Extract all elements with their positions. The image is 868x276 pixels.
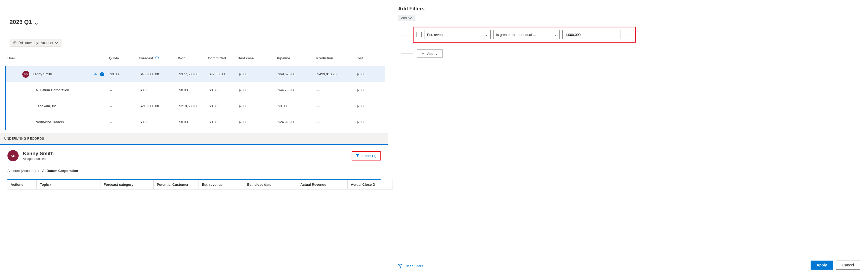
filter-field-value: Est. revenue [427,33,446,37]
cell-forecast: $210,500.00 [138,103,177,109]
up-arrow-icon[interactable] [100,72,104,76]
avatar: KS [22,71,29,78]
drill-value: Account [41,41,53,45]
cell-pipeline: $69,695.00 [276,71,315,77]
cell-best: $0.00 [237,119,276,125]
cell-quota: -- [108,119,138,125]
underlying-user-name: Kenny Smith [23,150,54,157]
table-row[interactable]: KSKenny Smith$0.00$455,000.00$377,500.00… [5,66,385,82]
filter-value-input[interactable] [562,30,621,39]
records-header-est.-revenue[interactable]: Est. revenue [199,180,244,190]
filter-row: Est. revenue ⌄ Is greater than or equal … [413,27,636,43]
forecast-header-best-case[interactable]: Best case [236,55,275,61]
svg-point-1 [14,42,16,43]
cell-quota: $0.00 [108,71,138,77]
clear-filters-button[interactable]: Clear Filters [398,264,423,268]
table-row[interactable]: Fabrikam, Inc.--$210,500.00$210,500.00$0… [5,98,385,114]
records-header-actual-close-d[interactable]: Actual Close D [348,180,393,190]
cell-won: $0.00 [177,119,207,125]
cell-forecast: $455,000.00 [138,71,177,77]
cell-committed: $0.00 [207,119,237,125]
apply-button[interactable]: Apply [811,260,833,270]
cell-forecast: $0.00 [138,87,177,93]
cell-prediction: -- [315,87,354,93]
records-header-forecast-category[interactable]: Forecast category [100,180,154,190]
more-icon[interactable]: ··· [623,32,632,37]
period-label: 2023 Q1 [9,19,32,26]
records-header-actual-revenue[interactable]: Actual Revenue [297,180,348,190]
records-header-actions[interactable]: Actions [7,180,37,190]
breadcrumb-root[interactable]: Account (Account) [7,169,36,173]
records-header-est.-close-date[interactable]: Est. close date [244,180,297,190]
cancel-button[interactable]: Cancel [836,260,860,270]
forecast-header-user[interactable]: User [5,55,107,61]
cell-pipeline: $0.00 [276,103,315,109]
plus-icon: ＋ [422,51,425,56]
records-header-topic[interactable]: Topic↑ [37,180,100,190]
forecast-header-prediction[interactable]: Prediction [314,55,353,61]
underlying-subtitle: All opportunities [23,157,54,161]
target-icon [13,41,17,45]
svg-point-0 [13,41,17,44]
forecast-header-committed[interactable]: Committed [206,55,236,61]
cell-best: $0.00 [237,87,276,93]
clear-filter-icon [398,264,402,268]
cell-prediction: -- [315,119,354,125]
table-row[interactable]: Northwind Traders--$0.00$0.00$0.00$0.00$… [5,114,385,130]
cell-quota: -- [108,87,138,93]
cell-pipeline: $24,995.00 [276,119,315,125]
cell-prediction: -- [315,103,354,109]
cell-won: $210,500.00 [177,103,207,109]
cell-committed: $77,500.00 [207,71,237,77]
filter-group-operator[interactable]: And [398,15,415,21]
cell-quota: -- [108,103,138,109]
forecast-header-quota[interactable]: Quota [107,55,136,61]
cell-lost: $0.00 [354,119,381,125]
tree-connector [401,53,413,54]
underlying-records-block: KS Kenny Smith All opportunities Filters… [0,144,388,190]
row-name: Fabrikam, Inc. [36,104,57,108]
sort-asc-icon: ↑ [50,183,52,186]
chevron-down-icon [35,20,38,24]
avatar: KS [7,150,19,161]
filter-icon [356,154,360,158]
forecast-header-won[interactable]: Won [176,55,206,61]
forecast-header-pipeline[interactable]: Pipeline [275,55,314,61]
cell-forecast: $0.00 [138,119,177,125]
drill-prefix: Drill down by: [18,41,39,45]
tree-connector [401,35,413,35]
chevron-down-icon: ⌄ [554,33,557,37]
filter-operator-select[interactable]: Is greater than or equal ... ⌄ [493,30,560,39]
cell-won: $377,500.00 [177,71,207,77]
filter-row-checkbox[interactable] [416,32,422,37]
filter-field-select[interactable]: Est. revenue ⌄ [424,30,491,39]
info-icon[interactable]: i [155,56,159,60]
forecast-header-lost[interactable]: Lost [353,55,380,61]
table-row[interactable]: A. Datum Corporation--$0.00$0.00$0.00$0.… [5,82,385,98]
cell-lost: $0.00 [354,71,381,77]
svg-text:i: i [157,57,157,59]
forecast-header-forecast[interactable]: Forecasti [136,55,176,61]
cell-pipeline: $44,700.00 [276,87,315,93]
chevron-down-icon: ⌄ [485,33,488,37]
add-filters-title: Add Filters [398,6,425,12]
records-header-potential-customer[interactable]: Potential Customer [154,180,199,190]
breadcrumb-leaf: A. Datum Corporation [42,169,78,173]
add-filter-button[interactable]: ＋ Add ⌄ [417,50,443,57]
row-name: Kenny Smith [32,72,52,76]
filters-button-label: Filters (1) [362,154,376,158]
cell-lost: $0.00 [354,103,381,109]
filter-operator-value: Is greater than or equal ... [496,33,536,37]
chevron-right-icon: › [38,169,39,173]
clear-filters-label: Clear Filters [404,264,423,268]
chevron-down-icon [55,41,59,45]
drill-down-pill[interactable]: Drill down by: Account [9,39,62,47]
underlying-records-header: UNDERLYING RECORDS [0,133,388,144]
share-icon[interactable] [93,72,97,76]
filters-button[interactable]: Filters (1) [351,151,380,161]
cell-won: $0.00 [177,87,207,93]
period-switcher[interactable]: 2023 Q1 [9,19,38,26]
chevron-down-icon: ⌄ [435,52,438,56]
filter-group-operator-label: And [401,16,407,20]
tree-line [401,21,401,55]
